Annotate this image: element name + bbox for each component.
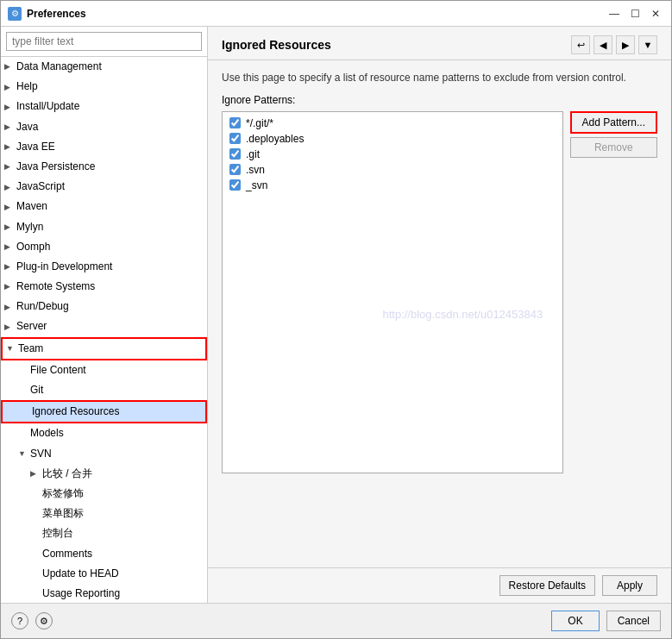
tree-arrow-maven: ▶	[4, 201, 16, 213]
pattern-checkbox-deployables[interactable]	[229, 133, 241, 144]
patterns-buttons: Add Pattern... Remove	[570, 111, 657, 473]
header-nav: ↩ ◀ ▶ ▼	[571, 35, 657, 54]
sidebar-item-svn[interactable]: ▼SVN	[1, 444, 207, 464]
sidebar-item-label-oomph: Oomph	[16, 239, 204, 255]
pattern-checkbox-svn[interactable]	[229, 164, 241, 175]
maximize-button[interactable]: ☐	[626, 5, 644, 22]
pattern-item-_svn: _svn	[226, 178, 559, 193]
sidebar-item-java-ee[interactable]: ▶Java EE	[1, 137, 207, 157]
content-description: Use this page to specify a list of resou…	[222, 71, 657, 85]
content-header: Ignored Resources ↩ ◀ ▶ ▼	[208, 27, 671, 60]
sidebar-item-compare-merge[interactable]: ▶比较 / 合并	[1, 464, 207, 484]
sidebar-item-label-file-content: File Content	[30, 362, 204, 379]
sidebar-item-javascript[interactable]: ▶JavaScript	[1, 177, 207, 197]
sidebar-item-update-to-head[interactable]: Update to HEAD	[1, 564, 207, 584]
sidebar-item-maven[interactable]: ▶Maven	[1, 197, 207, 216]
tree-arrow-java-persistence: ▶	[4, 160, 16, 172]
sidebar-item-label-decoration[interactable]: 标签修饰	[1, 484, 207, 504]
pattern-label-git-all: */.git/*	[246, 117, 273, 129]
tree-arrow-plugin-development: ▶	[4, 260, 16, 273]
nav-next-button[interactable]: ▶	[616, 35, 635, 54]
content-title: Ignored Resources	[222, 38, 331, 52]
remove-button[interactable]: Remove	[570, 137, 657, 158]
pattern-label-_svn: _svn	[246, 179, 267, 191]
sidebar-item-usage-reporting[interactable]: Usage Reporting	[1, 584, 207, 603]
sidebar-item-label-menu-icon: 菜单图标	[42, 505, 204, 522]
nav-prev-button[interactable]: ◀	[593, 35, 612, 54]
apply-button[interactable]: Apply	[602, 575, 657, 596]
pattern-item-deployables: .deployables	[226, 131, 559, 147]
help-icon[interactable]: ?	[11, 612, 28, 630]
close-button[interactable]: ✕	[647, 5, 664, 22]
sidebar-item-ignored-resources[interactable]: Ignored Resources	[1, 400, 207, 423]
sidebar-item-remote-systems[interactable]: ▶Remote Systems	[1, 277, 207, 297]
pattern-checkbox-git[interactable]	[229, 148, 241, 160]
nav-dropdown-button[interactable]: ▼	[638, 35, 657, 54]
content-footer: Restore Defaults Apply	[208, 567, 671, 603]
sidebar-item-plugin-development[interactable]: ▶Plug-in Development	[1, 257, 207, 277]
sidebar-item-java[interactable]: ▶Java	[1, 117, 207, 137]
ok-button[interactable]: OK	[551, 611, 599, 631]
pattern-label-svn: .svn	[246, 164, 265, 176]
search-box	[1, 27, 207, 57]
sidebar-item-label-label-decoration: 标签修饰	[42, 486, 204, 502]
search-input[interactable]	[6, 32, 202, 51]
sidebar-item-install-update[interactable]: ▶Install/Update	[1, 97, 207, 116]
sidebar-item-console[interactable]: 控制台	[1, 523, 207, 543]
tree-arrow-svn: ▼	[18, 448, 30, 460]
tree-arrow-data-management: ▶	[4, 60, 16, 72]
pattern-item-git: .git	[226, 147, 559, 162]
add-pattern-button[interactable]: Add Pattern...	[570, 111, 657, 134]
sidebar-item-label-java-ee: Java EE	[16, 139, 204, 155]
minimize-button[interactable]: —	[606, 5, 623, 22]
sidebar-item-comments[interactable]: Comments	[1, 544, 207, 564]
title-controls: — ☐ ✕	[606, 5, 664, 22]
preferences-window: ⚙ Preferences — ☐ ✕ ▶Data Management▶Hel…	[0, 0, 672, 639]
sidebar-item-data-management[interactable]: ▶Data Management	[1, 57, 207, 77]
sidebar-item-run-debug[interactable]: ▶Run/Debug	[1, 297, 207, 316]
sidebar-item-label-java-persistence: Java Persistence	[16, 159, 204, 175]
settings-icon[interactable]: ⚙	[35, 612, 53, 630]
sidebar-item-server[interactable]: ▶Server	[1, 316, 207, 336]
content-body: Use this page to specify a list of resou…	[208, 60, 671, 567]
footer-right: OK Cancel	[551, 611, 661, 631]
sidebar-item-label-javascript: JavaScript	[16, 179, 204, 195]
tree-arrow-mylyn: ▶	[4, 221, 16, 233]
sidebar-item-label-console: 控制台	[42, 525, 204, 542]
pattern-checkbox-_svn[interactable]	[229, 179, 241, 191]
tree-arrow-help: ▶	[4, 81, 16, 93]
sidebar-item-label-ignored-resources: Ignored Resources	[32, 404, 202, 420]
patterns-area: */.git/*.deployables.git.svn_svn Add Pat…	[222, 111, 657, 473]
sidebar-item-models[interactable]: Models	[1, 423, 207, 443]
main-content: ▶Data Management▶Help▶Install/Update▶Jav…	[1, 27, 671, 603]
pattern-item-git-all: */.git/*	[226, 116, 559, 131]
sidebar-item-label-svn: SVN	[30, 446, 204, 462]
tree: ▶Data Management▶Help▶Install/Update▶Jav…	[1, 57, 207, 603]
sidebar-item-java-persistence[interactable]: ▶Java Persistence	[1, 157, 207, 177]
tree-arrow-compare-merge: ▶	[30, 467, 42, 479]
sidebar-item-team[interactable]: ▼Team	[1, 337, 207, 360]
window-title: Preferences	[27, 8, 86, 20]
pattern-item-svn: .svn	[226, 162, 559, 178]
sidebar-item-label-java: Java	[16, 119, 204, 135]
sidebar-item-label-run-debug: Run/Debug	[16, 298, 204, 315]
sidebar-item-mylyn[interactable]: ▶Mylyn	[1, 217, 207, 237]
tree-arrow-oomph: ▶	[4, 241, 16, 253]
sidebar-item-file-content[interactable]: File Content	[1, 360, 207, 380]
sidebar-item-menu-icon[interactable]: 菜单图标	[1, 504, 207, 523]
tree-arrow-remote-systems: ▶	[4, 280, 16, 292]
tree-arrow-install-update: ▶	[4, 101, 16, 113]
patterns-list: */.git/*.deployables.git.svn_svn	[222, 111, 563, 473]
sidebar-item-oomph[interactable]: ▶Oomph	[1, 237, 207, 257]
sidebar-item-help[interactable]: ▶Help	[1, 77, 207, 97]
nav-back-button[interactable]: ↩	[571, 35, 590, 54]
sidebar-item-label-help: Help	[16, 78, 204, 95]
restore-defaults-button[interactable]: Restore Defaults	[499, 575, 595, 596]
sidebar-item-git[interactable]: Git	[1, 380, 207, 400]
tree-arrow-java: ▶	[4, 121, 16, 133]
title-bar: ⚙ Preferences — ☐ ✕	[1, 1, 671, 27]
section-label: Ignore Patterns:	[222, 94, 657, 106]
window-footer: ? ⚙ OK Cancel	[1, 603, 671, 638]
cancel-button[interactable]: Cancel	[606, 611, 661, 631]
pattern-checkbox-git-all[interactable]	[229, 117, 241, 128]
